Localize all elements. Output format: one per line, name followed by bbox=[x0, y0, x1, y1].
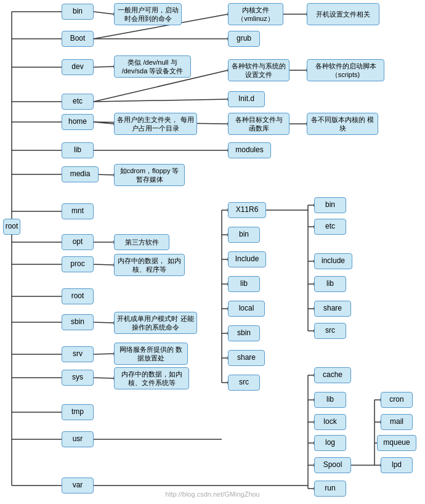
sys-desc-node: 内存中的数据，如内 核、文件系统等 bbox=[114, 367, 189, 389]
svg-line-50 bbox=[94, 354, 114, 354]
usr-x11-node: X11R6 bbox=[228, 202, 266, 218]
usr-node: usr bbox=[62, 431, 94, 447]
root-node: root bbox=[3, 219, 20, 235]
x11-etc-node: etc bbox=[314, 219, 346, 235]
svg-line-18 bbox=[94, 12, 114, 14]
boot-vmlinuz-node: 内核文件 （vmlinuz） bbox=[228, 3, 283, 25]
x11-include-node: include bbox=[314, 253, 352, 269]
watermark: http://blog.csdn.net/GMingZhou bbox=[165, 490, 259, 498]
home-obj-node: 各种目标文件与 函数库 bbox=[228, 113, 289, 135]
var-lock-node: lock bbox=[314, 414, 346, 430]
bin-node: bin bbox=[62, 4, 94, 20]
usr-bin-node: bin bbox=[228, 227, 260, 243]
bin-desc-node: 一般用户可用，启动 时会用到的命令 bbox=[114, 3, 182, 25]
home-modules-node: 各不同版本内核的 模块 bbox=[307, 113, 378, 135]
tmp-node: tmp bbox=[62, 404, 94, 420]
boot-grub-node: grub bbox=[228, 31, 260, 47]
filesystem-diagram: root bin Boot dev etc home lib media mnt… bbox=[0, 0, 425, 504]
svg-line-52 bbox=[94, 378, 114, 378]
spool-mqueue-node: mqueue bbox=[377, 435, 416, 451]
boot-settings-node: 开机设置文件相关 bbox=[307, 3, 379, 25]
x11-lib-node: lib bbox=[314, 276, 346, 292]
media-node: media bbox=[62, 166, 99, 182]
usr-sbin-node: sbin bbox=[228, 325, 260, 341]
svg-line-46 bbox=[94, 264, 114, 265]
var-node: var bbox=[62, 478, 94, 494]
svg-line-26 bbox=[94, 67, 114, 67]
proc-desc-node: 内存中的数据， 如内核、程序等 bbox=[114, 254, 185, 276]
etc-initd-node: Init.d bbox=[228, 91, 265, 107]
sbin-desc-node: 开机或单用户模式时 还能操作的系统命令 bbox=[114, 312, 197, 334]
root-dir-node: root bbox=[62, 288, 94, 304]
home-desc-node: 各用户的主文件夹， 每用户占用一个目录 bbox=[114, 113, 197, 135]
svg-line-34 bbox=[94, 122, 114, 124]
usr-share-node: share bbox=[228, 350, 265, 366]
spool-lpd-node: lpd bbox=[381, 457, 413, 473]
lib-node: lib bbox=[62, 142, 94, 158]
lib-modules-node: modules bbox=[228, 142, 271, 158]
opt-desc-node: 第三方软件 bbox=[114, 234, 169, 250]
svg-line-30 bbox=[94, 99, 228, 102]
x11-share-node: share bbox=[314, 301, 351, 317]
var-run-node: run bbox=[314, 481, 346, 497]
etc-scripts-node: 各种软件的启动脚本 （scripts) bbox=[307, 59, 384, 81]
boot-node: Boot bbox=[62, 31, 94, 47]
var-spool-node: Spool bbox=[314, 457, 351, 473]
etc-settings-node: 各种软件与系统的 设置文件 bbox=[228, 59, 289, 81]
sbin-node: sbin bbox=[62, 314, 94, 330]
usr-local-node: local bbox=[228, 301, 265, 317]
var-cache-node: cache bbox=[314, 367, 351, 383]
proc-node: proc bbox=[62, 256, 94, 272]
media-desc-node: 如cdrom，floppy 等暂存媒体 bbox=[114, 164, 185, 186]
spool-cron-node: cron bbox=[381, 392, 413, 408]
srv-desc-node: 网络服务所提供的 数据放置处 bbox=[114, 343, 188, 365]
var-log-node: log bbox=[314, 435, 346, 451]
srv-node: srv bbox=[62, 346, 94, 362]
etc-node: etc bbox=[62, 94, 94, 110]
spool-mail-node: mail bbox=[381, 414, 413, 430]
usr-lib-node: lib bbox=[228, 276, 260, 292]
x11-src-node: src bbox=[314, 323, 346, 339]
mnt-node: mnt bbox=[62, 203, 94, 219]
svg-line-48 bbox=[94, 322, 114, 323]
sys-node: sys bbox=[62, 370, 94, 386]
opt-node: opt bbox=[62, 234, 94, 250]
home-node: home bbox=[62, 114, 94, 130]
dev-node: dev bbox=[62, 59, 94, 75]
x11-bin-node: bin bbox=[314, 197, 346, 213]
dev-desc-node: 类似 /dev/null 与 /dev/sda 等设备文件 bbox=[114, 55, 191, 78]
usr-include-node: Include bbox=[228, 251, 266, 267]
usr-src-node: src bbox=[228, 375, 260, 391]
var-lib-node: lib bbox=[314, 392, 346, 408]
